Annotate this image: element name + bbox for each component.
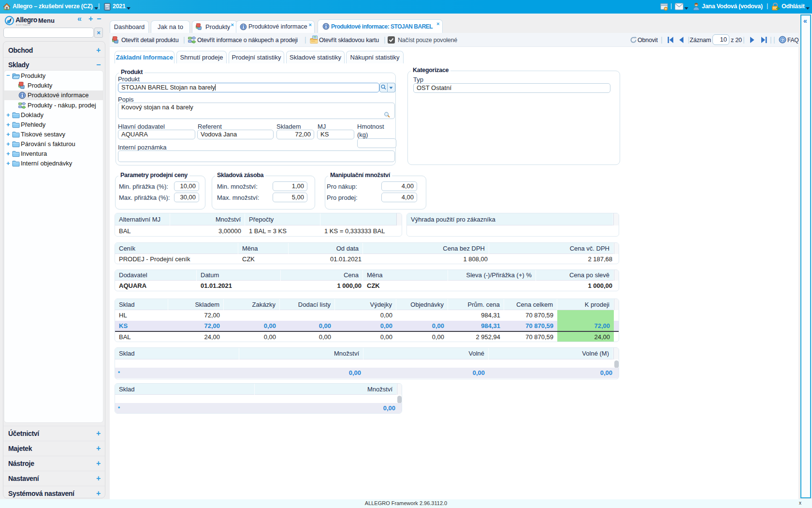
svg-text:?: ? bbox=[781, 37, 784, 43]
